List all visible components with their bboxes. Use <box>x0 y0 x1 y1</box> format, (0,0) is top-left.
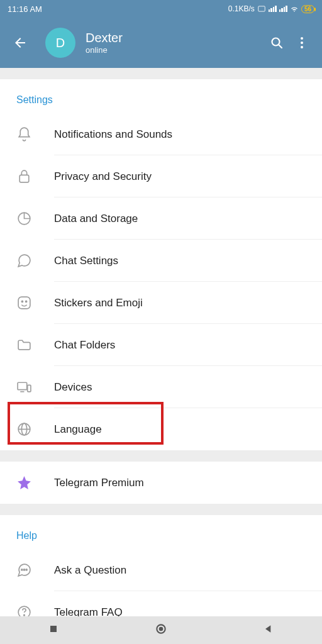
settings-item-label: Chat Settings <box>54 255 118 267</box>
settings-item-folders[interactable]: Chat Folders <box>0 324 322 366</box>
square-icon <box>47 623 60 635</box>
settings-item-label: Chat Folders <box>54 339 115 352</box>
help-item-ask[interactable]: Ask a Question <box>0 549 322 591</box>
svg-point-16 <box>23 569 25 570</box>
premium-item[interactable]: Telegram Premium <box>0 462 322 504</box>
svg-rect-11 <box>18 382 27 389</box>
lock-icon <box>16 169 39 184</box>
divider <box>0 504 322 515</box>
svg-point-5 <box>301 46 303 48</box>
section-title-help: Help <box>0 515 322 549</box>
settings-item-chat[interactable]: Chat Settings <box>0 240 322 282</box>
svg-point-3 <box>301 37 303 40</box>
globe-icon <box>16 421 39 437</box>
star-icon <box>16 475 39 491</box>
nav-recent-button[interactable] <box>47 623 60 638</box>
svg-rect-8 <box>18 297 30 309</box>
svg-point-17 <box>26 569 27 570</box>
bell-icon <box>16 126 39 142</box>
settings-item-language[interactable]: Language <box>0 408 322 450</box>
triangle-left-icon <box>262 623 275 635</box>
chat-dots-icon <box>16 562 39 578</box>
divider <box>0 68 322 79</box>
nav-home-button[interactable] <box>155 623 167 638</box>
circle-icon <box>155 623 167 635</box>
contact-name: Dexter <box>86 31 264 45</box>
settings-section: Settings Notifications and Sounds Privac… <box>0 79 322 450</box>
avatar[interactable]: D <box>45 28 75 58</box>
help-item-label: Ask a Question <box>54 564 126 577</box>
arrow-left-icon <box>13 35 28 50</box>
devices-icon <box>16 379 39 395</box>
svg-line-2 <box>279 45 282 48</box>
svg-rect-6 <box>19 175 29 182</box>
svg-point-4 <box>301 42 303 44</box>
settings-item-label: Data and Storage <box>54 213 138 225</box>
battery-indicator: 56 <box>301 5 314 13</box>
volte-icon <box>257 4 266 13</box>
folder-icon <box>16 337 39 353</box>
sticker-icon <box>16 295 39 311</box>
divider <box>0 450 322 462</box>
settings-item-data[interactable]: Data and Storage <box>0 197 322 240</box>
settings-item-label: Notifications and Sounds <box>54 128 172 141</box>
section-title-settings: Settings <box>0 79 322 113</box>
svg-point-22 <box>159 627 164 631</box>
svg-rect-0 <box>258 6 265 11</box>
settings-item-notifications[interactable]: Notifications and Sounds <box>0 113 322 155</box>
settings-item-label: Stickers and Emoji <box>54 297 143 309</box>
search-button[interactable] <box>264 30 289 55</box>
svg-rect-12 <box>28 385 31 391</box>
nav-back-button[interactable] <box>262 623 275 638</box>
more-vertical-icon <box>294 35 309 50</box>
settings-item-stickers[interactable]: Stickers and Emoji <box>0 282 322 324</box>
chat-header: D Dexter online <box>0 18 322 68</box>
status-bar: 11:16 AM 0.1KB/s 56 <box>0 0 322 18</box>
search-icon <box>269 35 284 50</box>
chat-bubble-icon <box>16 253 39 269</box>
svg-point-15 <box>21 569 23 570</box>
settings-item-devices[interactable]: Devices <box>0 366 322 408</box>
contact-status: online <box>86 45 264 55</box>
header-title-block[interactable]: Dexter online <box>86 31 264 55</box>
settings-item-label: Devices <box>54 381 92 394</box>
svg-rect-20 <box>50 626 57 632</box>
signal-icon-2 <box>279 6 287 12</box>
help-section: Help Ask a Question Telegram FAQ <box>0 515 322 633</box>
android-nav-bar <box>0 616 322 644</box>
status-time: 11:16 AM <box>8 4 42 14</box>
back-button[interactable] <box>8 30 33 55</box>
settings-item-label: Language <box>54 423 102 436</box>
settings-item-label: Privacy and Security <box>54 170 152 183</box>
premium-label: Telegram Premium <box>54 477 144 489</box>
premium-section: Telegram Premium <box>0 462 322 504</box>
pie-chart-icon <box>16 211 39 226</box>
svg-point-9 <box>21 301 23 302</box>
settings-item-privacy[interactable]: Privacy and Security <box>0 155 322 197</box>
status-speed: 0.1KB/s <box>228 4 255 13</box>
svg-point-19 <box>24 614 25 616</box>
wifi-icon <box>290 4 299 13</box>
svg-point-10 <box>26 301 27 302</box>
signal-icon-1 <box>269 6 277 12</box>
more-button[interactable] <box>289 30 314 55</box>
